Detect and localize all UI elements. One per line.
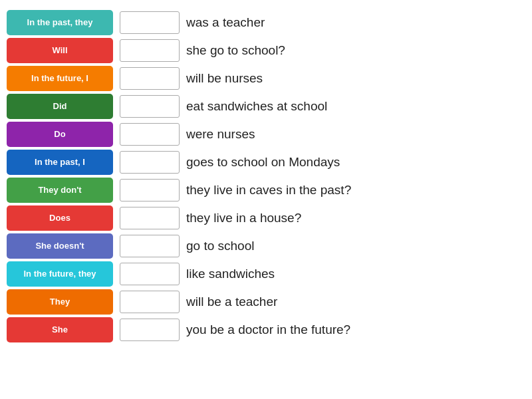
row-5-drop-box[interactable] — [120, 123, 180, 146]
row-12-phrase: you be a doctor in the future? — [186, 323, 350, 337]
right-column: was a teachershe go to school?will be nu… — [120, 7, 525, 392]
row-11: will be a teacher — [120, 289, 525, 315]
row-3-drop-box[interactable] — [120, 67, 180, 90]
row-9-phrase: go to school — [186, 239, 254, 253]
btn-in-the-past-they[interactable]: In the past, they — [7, 10, 113, 35]
row-9: go to school — [120, 233, 525, 259]
row-7-phrase: they live in caves in the past? — [186, 183, 351, 198]
row-2-phrase: she go to school? — [186, 43, 285, 58]
row-6: goes to school on Mondays — [120, 150, 525, 175]
row-6-drop-box[interactable] — [120, 151, 180, 174]
row-4-drop-box[interactable] — [120, 95, 180, 118]
row-10-drop-box[interactable] — [120, 263, 180, 285]
row-4-phrase: eat sandwiches at school — [186, 99, 327, 114]
row-4: eat sandwiches at school — [120, 94, 525, 119]
row-7-drop-box[interactable] — [120, 179, 180, 201]
row-5-phrase: were nurses — [186, 127, 255, 142]
row-8-drop-box[interactable] — [120, 207, 180, 229]
row-10: like sandwiches — [120, 261, 525, 287]
row-11-drop-box[interactable] — [120, 291, 180, 313]
btn-in-the-past-i[interactable]: In the past, I — [7, 150, 113, 175]
row-8-phrase: they live in a house? — [186, 211, 301, 225]
btn-did[interactable]: Did — [7, 94, 113, 119]
btn-does[interactable]: Does — [7, 205, 113, 231]
row-7: they live in caves in the past? — [120, 178, 525, 203]
row-11-phrase: will be a teacher — [186, 295, 277, 309]
btn-do[interactable]: Do — [7, 122, 113, 147]
left-column: In the past, theyWillIn the future, IDid… — [7, 7, 113, 392]
row-10-phrase: like sandwiches — [186, 267, 275, 281]
row-5: were nurses — [120, 122, 525, 147]
row-1-phrase: was a teacher — [186, 15, 265, 30]
btn-they[interactable]: They — [7, 289, 113, 315]
btn-they-dont[interactable]: They don't — [7, 178, 113, 203]
row-3-phrase: will be nurses — [186, 71, 263, 86]
row-9-drop-box[interactable] — [120, 235, 180, 257]
row-2: she go to school? — [120, 38, 525, 63]
btn-she-doesnt[interactable]: She doesn't — [7, 233, 113, 259]
btn-in-the-future-they[interactable]: In the future, they — [7, 261, 113, 287]
row-12: you be a doctor in the future? — [120, 317, 525, 342]
btn-will[interactable]: Will — [7, 38, 113, 63]
row-1-drop-box[interactable] — [120, 11, 180, 34]
row-1: was a teacher — [120, 10, 525, 35]
row-2-drop-box[interactable] — [120, 39, 180, 62]
row-8: they live in a house? — [120, 205, 525, 231]
row-12-drop-box[interactable] — [120, 319, 180, 341]
row-6-phrase: goes to school on Mondays — [186, 155, 340, 170]
row-3: will be nurses — [120, 66, 525, 91]
btn-she[interactable]: She — [7, 317, 113, 342]
btn-in-the-future-i[interactable]: In the future, I — [7, 66, 113, 91]
